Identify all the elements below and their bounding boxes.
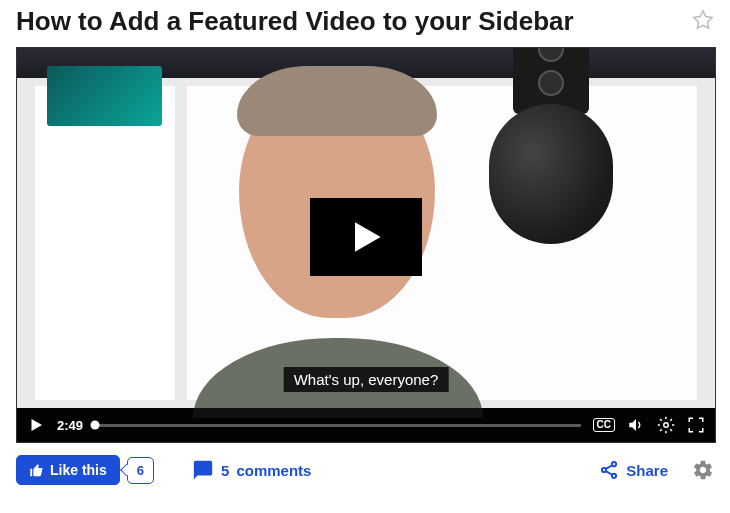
play-small-button[interactable]	[27, 416, 45, 434]
volume-button[interactable]	[627, 416, 645, 434]
action-bar: Like this 6 5 comments Share	[16, 443, 714, 497]
svg-marker-2	[32, 419, 43, 431]
page-title: How to Add a Featured Video to your Side…	[16, 6, 574, 37]
video-caption: What's up, everyone?	[284, 367, 449, 392]
video-player[interactable]: What's up, everyone? 2:49 CC	[16, 47, 716, 443]
share-icon	[599, 460, 619, 480]
progress-handle[interactable]	[91, 421, 100, 430]
volume-icon	[627, 416, 645, 434]
svg-point-4	[664, 423, 669, 428]
share-button[interactable]: Share	[599, 460, 668, 480]
svg-point-5	[612, 462, 616, 466]
like-button[interactable]: Like this	[16, 455, 120, 485]
video-controls: 2:49 CC	[17, 408, 715, 442]
comments-link[interactable]: 5 comments	[192, 459, 311, 481]
favorite-button[interactable]	[692, 9, 714, 35]
svg-point-6	[602, 468, 606, 472]
share-label: Share	[626, 462, 668, 479]
svg-marker-3	[629, 419, 636, 431]
play-icon	[27, 416, 45, 434]
comment-icon	[192, 459, 214, 481]
svg-marker-1	[355, 222, 381, 251]
comments-count: 5	[221, 462, 229, 479]
settings-button[interactable]	[657, 416, 675, 434]
gear-icon	[657, 416, 675, 434]
page-header: How to Add a Featured Video to your Side…	[16, 0, 714, 47]
star-icon	[692, 9, 714, 31]
video-duration: 2:49	[57, 418, 83, 433]
comments-label: comments	[236, 462, 311, 479]
thumbs-up-icon	[29, 463, 44, 478]
like-count[interactable]: 6	[127, 457, 154, 484]
svg-line-9	[606, 471, 612, 475]
svg-marker-0	[694, 10, 712, 27]
gear-icon	[692, 459, 714, 481]
svg-line-8	[606, 465, 612, 469]
post-settings-button[interactable]	[692, 459, 714, 481]
fullscreen-icon	[687, 416, 705, 434]
cc-button[interactable]: CC	[593, 418, 615, 432]
play-icon	[344, 215, 388, 259]
like-label: Like this	[50, 462, 107, 478]
progress-bar[interactable]	[95, 424, 581, 427]
play-button[interactable]	[310, 198, 422, 276]
fullscreen-button[interactable]	[687, 416, 705, 434]
cc-icon: CC	[593, 418, 615, 432]
svg-point-7	[612, 474, 616, 478]
